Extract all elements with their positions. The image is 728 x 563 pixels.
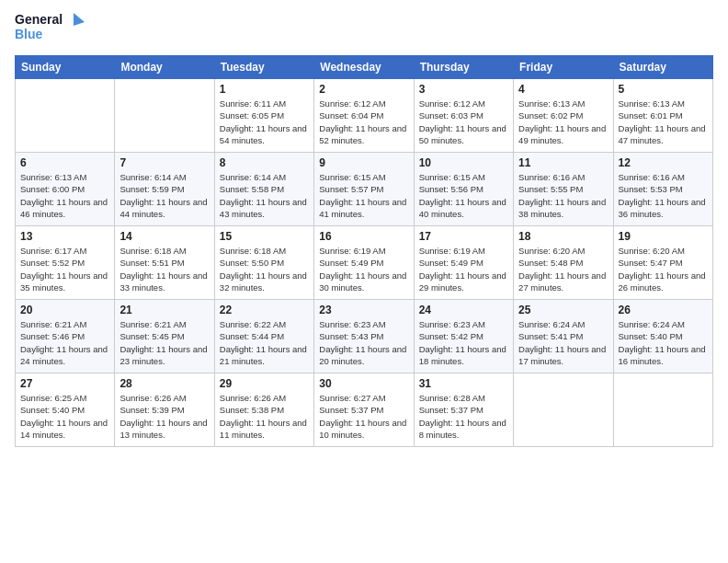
calendar-week-row: 27Sunrise: 6:25 AM Sunset: 5:40 PM Dayli… (16, 373, 713, 447)
calendar-day-cell: 1Sunrise: 6:11 AM Sunset: 6:05 PM Daylig… (214, 79, 313, 153)
calendar-day-cell: 27Sunrise: 6:25 AM Sunset: 5:40 PM Dayli… (16, 373, 115, 447)
day-number: 9 (319, 156, 408, 169)
day-number: 5 (619, 83, 708, 96)
day-info: Sunrise: 6:13 AM Sunset: 6:01 PM Dayligh… (619, 98, 708, 146)
weekday-header-wednesday: Wednesday (314, 56, 414, 79)
weekday-header-friday: Friday (514, 56, 613, 79)
day-number: 1 (220, 83, 309, 96)
calendar-day-cell: 7Sunrise: 6:14 AM Sunset: 5:59 PM Daylig… (115, 153, 214, 226)
day-number: 8 (220, 156, 309, 169)
day-info: Sunrise: 6:17 AM Sunset: 5:52 PM Dayligh… (20, 245, 109, 293)
weekday-header-tuesday: Tuesday (214, 56, 313, 79)
day-info: Sunrise: 6:27 AM Sunset: 5:37 PM Dayligh… (319, 392, 408, 441)
calendar-day-cell (613, 373, 712, 447)
day-number: 12 (619, 156, 708, 169)
day-number: 17 (419, 230, 508, 243)
day-info: Sunrise: 6:24 AM Sunset: 5:40 PM Dayligh… (619, 318, 708, 367)
day-number: 18 (518, 230, 608, 243)
day-info: Sunrise: 6:13 AM Sunset: 6:02 PM Dayligh… (518, 98, 608, 146)
calendar-day-cell: 30Sunrise: 6:27 AM Sunset: 5:37 PM Dayli… (314, 373, 414, 447)
day-info: Sunrise: 6:21 AM Sunset: 5:45 PM Dayligh… (119, 318, 209, 367)
day-info: Sunrise: 6:19 AM Sunset: 5:49 PM Dayligh… (419, 245, 508, 293)
day-info: Sunrise: 6:15 AM Sunset: 5:56 PM Dayligh… (419, 171, 508, 220)
day-info: Sunrise: 6:23 AM Sunset: 5:43 PM Dayligh… (319, 318, 408, 367)
day-number: 31 (419, 377, 508, 390)
day-number: 19 (619, 230, 708, 243)
day-number: 21 (119, 304, 209, 316)
day-info: Sunrise: 6:21 AM Sunset: 5:46 PM Dayligh… (20, 318, 109, 367)
calendar-day-cell: 9Sunrise: 6:15 AM Sunset: 5:57 PM Daylig… (314, 153, 414, 226)
day-info: Sunrise: 6:14 AM Sunset: 5:59 PM Dayligh… (119, 171, 209, 220)
calendar-week-row: 20Sunrise: 6:21 AM Sunset: 5:46 PM Dayli… (16, 300, 713, 373)
logo-svg: General Blue (15, 9, 88, 48)
calendar-day-cell (115, 79, 214, 153)
day-info: Sunrise: 6:12 AM Sunset: 6:04 PM Dayligh… (319, 98, 408, 146)
calendar-day-cell: 19Sunrise: 6:20 AM Sunset: 5:47 PM Dayli… (613, 226, 712, 300)
day-number: 22 (220, 304, 309, 316)
calendar-day-cell: 16Sunrise: 6:19 AM Sunset: 5:49 PM Dayli… (314, 226, 414, 300)
day-info: Sunrise: 6:22 AM Sunset: 5:44 PM Dayligh… (220, 318, 309, 367)
day-info: Sunrise: 6:18 AM Sunset: 5:51 PM Dayligh… (119, 245, 209, 293)
day-number: 16 (319, 230, 408, 243)
calendar-day-cell: 13Sunrise: 6:17 AM Sunset: 5:52 PM Dayli… (16, 226, 115, 300)
calendar-day-cell: 26Sunrise: 6:24 AM Sunset: 5:40 PM Dayli… (613, 300, 712, 373)
calendar-day-cell: 29Sunrise: 6:26 AM Sunset: 5:38 PM Dayli… (214, 373, 313, 447)
day-number: 30 (319, 377, 408, 390)
calendar-day-cell: 15Sunrise: 6:18 AM Sunset: 5:50 PM Dayli… (214, 226, 313, 300)
calendar-day-cell: 25Sunrise: 6:24 AM Sunset: 5:41 PM Dayli… (514, 300, 613, 373)
calendar-day-cell: 22Sunrise: 6:22 AM Sunset: 5:44 PM Dayli… (214, 300, 313, 373)
weekday-header-saturday: Saturday (613, 56, 712, 79)
day-info: Sunrise: 6:15 AM Sunset: 5:57 PM Dayligh… (319, 171, 408, 220)
day-number: 28 (119, 377, 209, 390)
calendar-day-cell: 21Sunrise: 6:21 AM Sunset: 5:45 PM Dayli… (115, 300, 214, 373)
day-number: 24 (419, 304, 508, 316)
day-number: 29 (220, 377, 309, 390)
day-info: Sunrise: 6:11 AM Sunset: 6:05 PM Dayligh… (220, 98, 309, 146)
day-number: 27 (20, 377, 109, 390)
day-info: Sunrise: 6:26 AM Sunset: 5:39 PM Dayligh… (119, 392, 209, 441)
day-number: 4 (518, 83, 608, 96)
logo: General Blue (15, 9, 88, 48)
calendar-day-cell (16, 79, 115, 153)
day-info: Sunrise: 6:19 AM Sunset: 5:49 PM Dayligh… (319, 245, 408, 293)
calendar-week-row: 13Sunrise: 6:17 AM Sunset: 5:52 PM Dayli… (16, 226, 713, 300)
day-number: 14 (119, 230, 209, 243)
calendar-day-cell: 6Sunrise: 6:13 AM Sunset: 6:00 PM Daylig… (16, 153, 115, 226)
calendar-day-cell: 11Sunrise: 6:16 AM Sunset: 5:55 PM Dayli… (514, 153, 613, 226)
day-number: 2 (319, 83, 408, 96)
day-number: 7 (119, 156, 209, 169)
day-info: Sunrise: 6:20 AM Sunset: 5:48 PM Dayligh… (518, 245, 608, 293)
day-number: 11 (518, 156, 608, 169)
day-number: 13 (20, 230, 109, 243)
day-info: Sunrise: 6:12 AM Sunset: 6:03 PM Dayligh… (419, 98, 508, 146)
day-info: Sunrise: 6:14 AM Sunset: 5:58 PM Dayligh… (220, 171, 309, 220)
day-number: 6 (20, 156, 109, 169)
day-info: Sunrise: 6:16 AM Sunset: 5:55 PM Dayligh… (518, 171, 608, 220)
calendar-day-cell: 12Sunrise: 6:16 AM Sunset: 5:53 PM Dayli… (613, 153, 712, 226)
day-number: 10 (419, 156, 508, 169)
calendar-day-cell: 28Sunrise: 6:26 AM Sunset: 5:39 PM Dayli… (115, 373, 214, 447)
day-info: Sunrise: 6:13 AM Sunset: 6:00 PM Dayligh… (20, 171, 109, 220)
day-info: Sunrise: 6:26 AM Sunset: 5:38 PM Dayligh… (220, 392, 309, 441)
calendar-day-cell: 3Sunrise: 6:12 AM Sunset: 6:03 PM Daylig… (414, 79, 513, 153)
weekday-header-sunday: Sunday (16, 56, 115, 79)
calendar-day-cell: 17Sunrise: 6:19 AM Sunset: 5:49 PM Dayli… (414, 226, 513, 300)
day-info: Sunrise: 6:24 AM Sunset: 5:41 PM Dayligh… (518, 318, 608, 367)
calendar-day-cell: 8Sunrise: 6:14 AM Sunset: 5:58 PM Daylig… (214, 153, 313, 226)
svg-text:General: General (15, 12, 63, 27)
calendar-day-cell: 31Sunrise: 6:28 AM Sunset: 5:37 PM Dayli… (414, 373, 513, 447)
calendar-day-cell: 2Sunrise: 6:12 AM Sunset: 6:04 PM Daylig… (314, 79, 414, 153)
calendar-day-cell: 23Sunrise: 6:23 AM Sunset: 5:43 PM Dayli… (314, 300, 414, 373)
day-info: Sunrise: 6:16 AM Sunset: 5:53 PM Dayligh… (619, 171, 708, 220)
day-number: 3 (419, 83, 508, 96)
calendar-header-row: SundayMondayTuesdayWednesdayThursdayFrid… (16, 56, 713, 79)
day-number: 20 (20, 304, 109, 316)
day-number: 26 (619, 304, 708, 316)
calendar-day-cell: 24Sunrise: 6:23 AM Sunset: 5:42 PM Dayli… (414, 300, 513, 373)
weekday-header-monday: Monday (115, 56, 214, 79)
day-number: 25 (518, 304, 608, 316)
day-info: Sunrise: 6:28 AM Sunset: 5:37 PM Dayligh… (419, 392, 508, 441)
calendar-day-cell: 20Sunrise: 6:21 AM Sunset: 5:46 PM Dayli… (16, 300, 115, 373)
day-info: Sunrise: 6:23 AM Sunset: 5:42 PM Dayligh… (419, 318, 508, 367)
svg-text:Blue: Blue (15, 27, 43, 41)
